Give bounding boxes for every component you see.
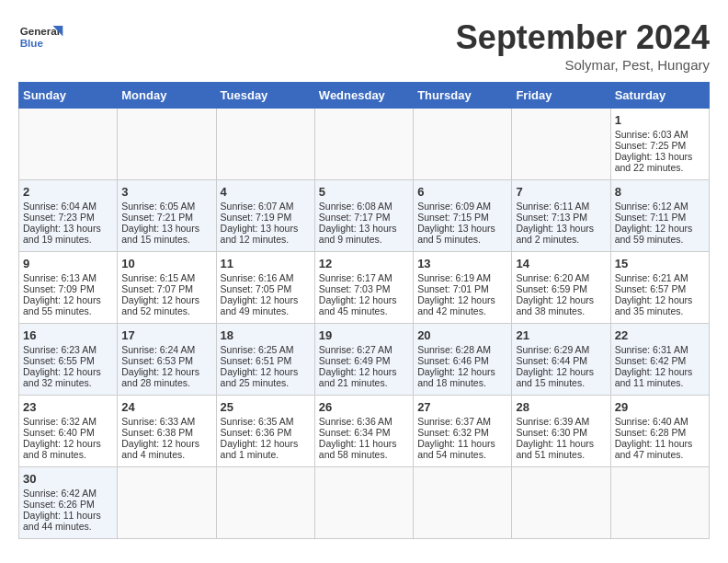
sunrise-text: Sunrise: 6:40 AM xyxy=(615,416,688,427)
calendar-cell xyxy=(216,109,314,180)
sunset-text: Sunset: 6:26 PM xyxy=(23,499,95,510)
day-number: 30 xyxy=(23,472,113,486)
calendar-cell xyxy=(314,109,413,180)
daylight-text: Daylight: 12 hours and 11 minutes. xyxy=(615,366,693,388)
calendar-cell: 13Sunrise: 6:19 AMSunset: 7:01 PMDayligh… xyxy=(414,252,512,324)
calendar-cell: 6Sunrise: 6:09 AMSunset: 7:15 PMDaylight… xyxy=(414,180,512,252)
sunset-text: Sunset: 6:44 PM xyxy=(516,355,587,366)
calendar-cell: 14Sunrise: 6:20 AMSunset: 6:59 PMDayligh… xyxy=(512,252,610,324)
sunrise-text: Sunrise: 6:42 AM xyxy=(23,488,97,499)
daylight-text: Daylight: 11 hours and 54 minutes. xyxy=(417,438,495,460)
sunset-text: Sunset: 6:34 PM xyxy=(319,427,391,438)
calendar-cell xyxy=(610,467,709,539)
day-number: 6 xyxy=(417,185,507,199)
sunset-text: Sunset: 6:53 PM xyxy=(121,355,193,366)
sunrise-text: Sunrise: 6:04 AM xyxy=(23,201,97,212)
day-number: 27 xyxy=(417,400,507,414)
sunrise-text: Sunrise: 6:08 AM xyxy=(319,201,392,212)
calendar-cell: 23Sunrise: 6:32 AMSunset: 6:40 PMDayligh… xyxy=(19,396,118,467)
day-number: 20 xyxy=(417,328,507,342)
daylight-text: Daylight: 12 hours and 28 minutes. xyxy=(121,366,199,388)
daylight-text: Daylight: 12 hours and 8 minutes. xyxy=(23,438,101,460)
sunrise-text: Sunrise: 6:20 AM xyxy=(516,272,589,283)
sunset-text: Sunset: 7:17 PM xyxy=(319,212,391,223)
daylight-text: Daylight: 12 hours and 55 minutes. xyxy=(23,294,101,316)
calendar-header-row: SundayMondayTuesdayWednesdayThursdayFrid… xyxy=(19,83,710,109)
page-header: General Blue September 2024 Solymar, Pes… xyxy=(18,18,710,73)
sunset-text: Sunset: 6:57 PM xyxy=(615,283,687,294)
sunset-text: Sunset: 7:05 PM xyxy=(221,283,292,294)
day-number: 1 xyxy=(615,113,705,127)
sunrise-text: Sunrise: 6:29 AM xyxy=(516,344,589,355)
sunrise-text: Sunrise: 6:32 AM xyxy=(23,416,97,427)
title-block: September 2024 Solymar, Pest, Hungary xyxy=(456,18,710,73)
calendar-cell: 3Sunrise: 6:05 AMSunset: 7:21 PMDaylight… xyxy=(118,180,216,252)
sunset-text: Sunset: 6:40 PM xyxy=(23,427,95,438)
calendar-cell: 18Sunrise: 6:25 AMSunset: 6:51 PMDayligh… xyxy=(216,324,314,396)
day-number: 21 xyxy=(516,328,606,342)
calendar-cell xyxy=(314,467,413,539)
calendar-cell: 16Sunrise: 6:23 AMSunset: 6:55 PMDayligh… xyxy=(19,324,118,396)
col-header-saturday: Saturday xyxy=(610,83,709,109)
calendar-cell: 27Sunrise: 6:37 AMSunset: 6:32 PMDayligh… xyxy=(414,396,512,467)
col-header-monday: Monday xyxy=(118,83,216,109)
sunset-text: Sunset: 7:23 PM xyxy=(23,212,95,223)
day-number: 10 xyxy=(121,257,211,270)
logo: General Blue xyxy=(18,18,64,55)
sunrise-text: Sunrise: 6:28 AM xyxy=(417,344,491,355)
calendar-cell: 19Sunrise: 6:27 AMSunset: 6:49 PMDayligh… xyxy=(314,324,413,396)
calendar-cell: 8Sunrise: 6:12 AMSunset: 7:11 PMDaylight… xyxy=(610,180,709,252)
day-number: 4 xyxy=(221,185,311,199)
day-number: 15 xyxy=(615,257,705,270)
day-number: 28 xyxy=(516,400,606,414)
day-number: 24 xyxy=(121,400,211,414)
sunset-text: Sunset: 6:36 PM xyxy=(221,427,292,438)
col-header-friday: Friday xyxy=(512,83,610,109)
sunset-text: Sunset: 6:38 PM xyxy=(121,427,193,438)
daylight-text: Daylight: 12 hours and 38 minutes. xyxy=(516,294,594,316)
daylight-text: Daylight: 12 hours and 4 minutes. xyxy=(121,438,199,460)
sunset-text: Sunset: 6:55 PM xyxy=(23,355,95,366)
day-number: 23 xyxy=(23,400,113,414)
day-number: 3 xyxy=(121,185,211,199)
daylight-text: Daylight: 11 hours and 44 minutes. xyxy=(23,510,101,532)
sunset-text: Sunset: 7:07 PM xyxy=(121,283,193,294)
sunrise-text: Sunrise: 6:13 AM xyxy=(23,272,97,283)
day-number: 16 xyxy=(23,328,113,342)
daylight-text: Daylight: 11 hours and 47 minutes. xyxy=(615,438,693,460)
day-number: 8 xyxy=(615,185,705,199)
calendar-cell: 7Sunrise: 6:11 AMSunset: 7:13 PMDaylight… xyxy=(512,180,610,252)
daylight-text: Daylight: 12 hours and 42 minutes. xyxy=(417,294,495,316)
day-number: 2 xyxy=(23,185,113,199)
calendar-cell xyxy=(512,467,610,539)
sunset-text: Sunset: 7:25 PM xyxy=(615,140,687,151)
sunrise-text: Sunrise: 6:15 AM xyxy=(121,272,195,283)
calendar-cell: 21Sunrise: 6:29 AMSunset: 6:44 PMDayligh… xyxy=(512,324,610,396)
sunrise-text: Sunrise: 6:17 AM xyxy=(319,272,392,283)
calendar-cell xyxy=(512,109,610,180)
daylight-text: Daylight: 13 hours and 19 minutes. xyxy=(23,223,101,245)
calendar-cell: 1Sunrise: 6:03 AMSunset: 7:25 PMDaylight… xyxy=(610,109,709,180)
svg-text:Blue: Blue xyxy=(20,37,44,49)
daylight-text: Daylight: 12 hours and 1 minute. xyxy=(221,438,299,460)
calendar-week-row: 23Sunrise: 6:32 AMSunset: 6:40 PMDayligh… xyxy=(19,396,710,467)
calendar-cell: 26Sunrise: 6:36 AMSunset: 6:34 PMDayligh… xyxy=(314,396,413,467)
sunset-text: Sunset: 6:30 PM xyxy=(516,427,587,438)
calendar-cell: 28Sunrise: 6:39 AMSunset: 6:30 PMDayligh… xyxy=(512,396,610,467)
daylight-text: Daylight: 13 hours and 5 minutes. xyxy=(417,223,495,245)
calendar-week-row: 16Sunrise: 6:23 AMSunset: 6:55 PMDayligh… xyxy=(19,324,710,396)
day-number: 14 xyxy=(516,257,606,270)
calendar-cell: 15Sunrise: 6:21 AMSunset: 6:57 PMDayligh… xyxy=(610,252,709,324)
calendar-cell: 25Sunrise: 6:35 AMSunset: 6:36 PMDayligh… xyxy=(216,396,314,467)
sunset-text: Sunset: 6:51 PM xyxy=(221,355,292,366)
calendar-cell: 17Sunrise: 6:24 AMSunset: 6:53 PMDayligh… xyxy=(118,324,216,396)
sunrise-text: Sunrise: 6:11 AM xyxy=(516,201,589,212)
calendar-week-row: 1Sunrise: 6:03 AMSunset: 7:25 PMDaylight… xyxy=(19,109,710,180)
daylight-text: Daylight: 12 hours and 45 minutes. xyxy=(319,294,397,316)
calendar-cell: 20Sunrise: 6:28 AMSunset: 6:46 PMDayligh… xyxy=(414,324,512,396)
calendar-table: SundayMondayTuesdayWednesdayThursdayFrid… xyxy=(18,82,710,539)
calendar-cell xyxy=(19,109,118,180)
sunrise-text: Sunrise: 6:24 AM xyxy=(121,344,195,355)
sunset-text: Sunset: 7:13 PM xyxy=(516,212,587,223)
sunset-text: Sunset: 6:59 PM xyxy=(516,283,587,294)
